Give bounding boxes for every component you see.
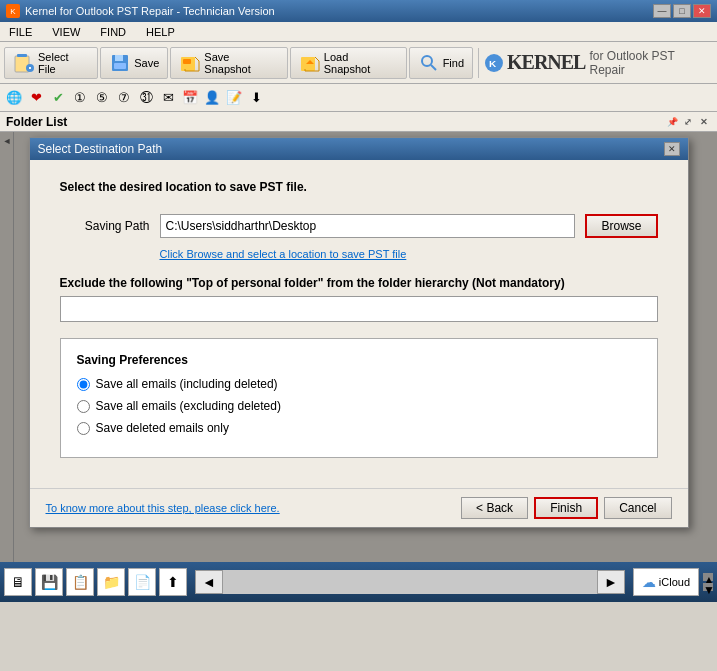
modal-title-bar: Select Destination Path ✕ bbox=[30, 138, 688, 160]
menu-view[interactable]: VIEW bbox=[47, 24, 85, 40]
app-icon: K bbox=[6, 4, 20, 18]
modal-footer: To know more about this step, please cli… bbox=[30, 488, 688, 527]
modal-title: Select Destination Path bbox=[38, 142, 163, 156]
back-button[interactable]: < Back bbox=[461, 497, 528, 519]
radio-exclude-deleted-label: Save all emails (excluding deleted) bbox=[96, 399, 281, 413]
scrollbar-area: ▲ ▼ bbox=[703, 573, 713, 591]
toolbar2-icon-2[interactable]: ❤ bbox=[26, 89, 46, 107]
close-panel-button[interactable]: ✕ bbox=[697, 115, 711, 129]
toolbar2-icon-1[interactable]: 🌐 bbox=[4, 89, 24, 107]
title-bar: K Kernel for Outlook PST Repair - Techni… bbox=[0, 0, 717, 22]
find-label: Find bbox=[443, 57, 464, 69]
modal-close-button[interactable]: ✕ bbox=[664, 142, 680, 156]
taskbar: 🖥 💾 📋 📁 📄 ⬆ ◄ ► ☁ iCloud ▲ ▼ bbox=[0, 562, 717, 602]
save-snapshot-icon bbox=[179, 52, 201, 74]
saving-preferences-box: Saving Preferences Save all emails (incl… bbox=[60, 338, 658, 458]
menu-help[interactable]: HELP bbox=[141, 24, 180, 40]
title-bar-controls: — □ ✕ bbox=[653, 4, 711, 18]
saving-path-label: Saving Path bbox=[60, 219, 150, 233]
exclude-input[interactable] bbox=[60, 296, 658, 322]
toolbar-separator bbox=[478, 48, 479, 78]
svg-line-10 bbox=[431, 65, 436, 70]
toolbar2-icon-12[interactable]: ⬇ bbox=[246, 89, 266, 107]
radio-deleted-only-input[interactable] bbox=[77, 422, 90, 435]
browse-button[interactable]: Browse bbox=[585, 214, 657, 238]
select-file-button[interactable]: Select File bbox=[4, 47, 98, 79]
radio-include-deleted: Save all emails (including deleted) bbox=[77, 377, 641, 391]
main-area: ◄ Select Destination Path ✕ Select the d… bbox=[0, 132, 717, 562]
save-button[interactable]: Save bbox=[100, 47, 168, 79]
save-icon bbox=[109, 52, 131, 74]
svg-rect-7 bbox=[183, 59, 191, 64]
finish-button[interactable]: Finish bbox=[534, 497, 598, 519]
save-label: Save bbox=[134, 57, 159, 69]
radio-include-deleted-input[interactable] bbox=[77, 378, 90, 391]
header-controls: 📌 ⤢ ✕ bbox=[665, 115, 711, 129]
pin-button[interactable]: 📌 bbox=[665, 115, 679, 129]
find-button[interactable]: Find bbox=[409, 47, 473, 79]
nav-bar bbox=[223, 570, 597, 594]
cancel-button[interactable]: Cancel bbox=[604, 497, 671, 519]
toolbar2-icon-6[interactable]: ⑦ bbox=[114, 89, 134, 107]
browse-hint[interactable]: Click Browse and select a location to sa… bbox=[160, 248, 658, 260]
folder-list-title: Folder List bbox=[6, 115, 67, 129]
taskbar-icon-clipboard[interactable]: 📋 bbox=[66, 568, 94, 596]
scroll-down[interactable]: ▼ bbox=[703, 583, 713, 591]
toolbar2-icon-5[interactable]: ⑤ bbox=[92, 89, 112, 107]
taskbar-icon-folder[interactable]: 📁 bbox=[97, 568, 125, 596]
toolbar2: 🌐 ❤ ✔ ① ⑤ ⑦ ㉛ ✉ 📅 👤 📝 ⬇ bbox=[0, 84, 717, 112]
taskbar-icon-document[interactable]: 📄 bbox=[128, 568, 156, 596]
toolbar2-icon-9[interactable]: 📅 bbox=[180, 89, 200, 107]
radio-exclude-deleted: Save all emails (excluding deleted) bbox=[77, 399, 641, 413]
menu-file[interactable]: FILE bbox=[4, 24, 37, 40]
toolbar2-icon-8[interactable]: ✉ bbox=[158, 89, 178, 107]
modal-body: Select the desired location to save PST … bbox=[30, 160, 688, 488]
folder-list-header: Folder List 📌 ⤢ ✕ bbox=[0, 112, 717, 132]
load-snapshot-button[interactable]: Load Snapshot bbox=[290, 47, 407, 79]
select-destination-modal: Select Destination Path ✕ Select the des… bbox=[29, 137, 689, 528]
svg-point-9 bbox=[422, 56, 432, 66]
svg-rect-1 bbox=[17, 54, 27, 57]
radio-exclude-deleted-input[interactable] bbox=[77, 400, 90, 413]
svg-text:K: K bbox=[489, 57, 497, 68]
icloud-icon: ☁ bbox=[642, 574, 656, 590]
modal-overlay: Select Destination Path ✕ Select the des… bbox=[0, 132, 717, 562]
saving-path-input[interactable] bbox=[160, 214, 576, 238]
radio-deleted-only-label: Save deleted emails only bbox=[96, 421, 229, 435]
svg-rect-5 bbox=[114, 63, 126, 69]
taskbar-icon-up[interactable]: ⬆ bbox=[159, 568, 187, 596]
scroll-up[interactable]: ▲ bbox=[703, 573, 713, 581]
nav-next-button[interactable]: ► bbox=[597, 570, 625, 594]
title-bar-left: K Kernel for Outlook PST Repair - Techni… bbox=[6, 4, 275, 18]
taskbar-right: ☁ iCloud ▲ ▼ bbox=[633, 568, 713, 596]
menu-find[interactable]: FIND bbox=[95, 24, 131, 40]
svg-rect-4 bbox=[115, 55, 123, 61]
footer-buttons: < Back Finish Cancel bbox=[461, 497, 671, 519]
radio-include-deleted-label: Save all emails (including deleted) bbox=[96, 377, 278, 391]
toolbar2-icon-7[interactable]: ㉛ bbox=[136, 89, 156, 107]
minimize-button[interactable]: — bbox=[653, 4, 671, 18]
maximize-button[interactable]: □ bbox=[673, 4, 691, 18]
save-snapshot-button[interactable]: Save Snapshot bbox=[170, 47, 287, 79]
radio-deleted-only: Save deleted emails only bbox=[77, 421, 641, 435]
icloud-item[interactable]: ☁ iCloud bbox=[633, 568, 699, 596]
save-snapshot-label: Save Snapshot bbox=[204, 51, 278, 75]
toolbar2-icon-11[interactable]: 📝 bbox=[224, 89, 244, 107]
icloud-label: iCloud bbox=[659, 576, 690, 588]
brand-name: KERNEL bbox=[507, 51, 585, 74]
close-button[interactable]: ✕ bbox=[693, 4, 711, 18]
taskbar-icon-save[interactable]: 💾 bbox=[35, 568, 63, 596]
help-link[interactable]: To know more about this step, please cli… bbox=[46, 502, 280, 514]
toolbar2-icon-3[interactable]: ✔ bbox=[48, 89, 68, 107]
app-title: Kernel for Outlook PST Repair - Technici… bbox=[25, 5, 275, 17]
toolbar2-icon-10[interactable]: 👤 bbox=[202, 89, 222, 107]
toolbar2-icon-4[interactable]: ① bbox=[70, 89, 90, 107]
select-file-label: Select File bbox=[38, 51, 89, 75]
menu-bar: FILE VIEW FIND HELP bbox=[0, 22, 717, 42]
taskbar-icon-monitor[interactable]: 🖥 bbox=[4, 568, 32, 596]
undock-button[interactable]: ⤢ bbox=[681, 115, 695, 129]
nav-prev-button[interactable]: ◄ bbox=[195, 570, 223, 594]
taskbar-nav: ◄ ► bbox=[195, 570, 625, 594]
select-file-icon bbox=[13, 52, 35, 74]
toolbar: Select File Save Save Snapshot bbox=[0, 42, 717, 84]
